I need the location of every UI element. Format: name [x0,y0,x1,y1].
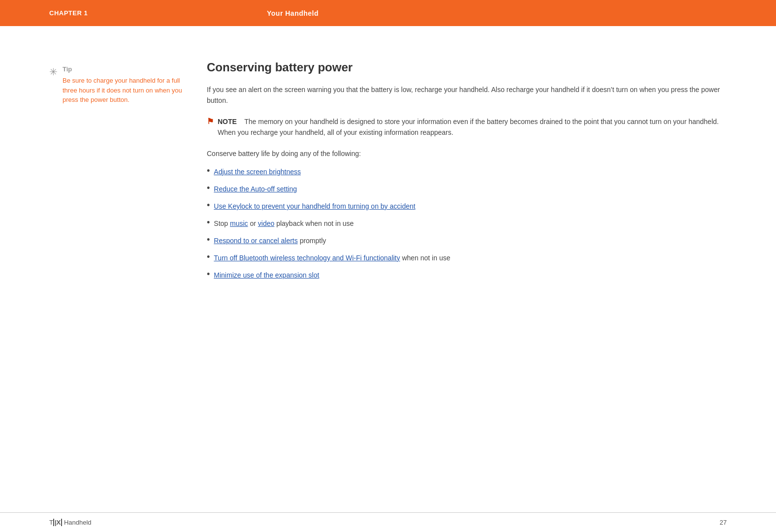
bullet-dot: • [207,166,210,175]
bullet-text-mixed: Respond to or cancel alerts promptly [214,236,326,246]
bullet-dot: • [207,201,210,210]
page-title: Your Handheld [237,9,319,17]
main-content: Conserving battery power If you see an a… [207,56,727,281]
bullet-link[interactable]: Reduce the Auto-off setting [214,184,297,194]
list-item: • Stop music or video playback when not … [207,219,727,229]
list-item: • Respond to or cancel alerts promptly [207,236,727,246]
conserve-intro: Conserve battery life by doing any of th… [207,148,727,159]
footer-brand: T|X Handheld [49,519,92,526]
tip-icon: ✳ [49,66,58,78]
bullet-link[interactable]: Minimize use of the expansion slot [214,270,319,281]
bullet-dot: • [207,184,210,192]
chapter-label: CHAPTER 1 [0,9,237,17]
bullet-dot: • [207,218,210,227]
page-content: ✳ Tip Be sure to charge your handheld fo… [0,26,776,320]
list-item: • Reduce the Auto-off setting [207,184,727,194]
bullet-text-mixed: Turn off Bluetooth wireless technology a… [214,253,450,263]
note-label: NOTE [218,118,237,125]
list-item: • Minimize use of the expansion slot [207,270,727,281]
footer: T|X Handheld 27 [0,512,776,532]
tip-text: Be sure to charge your handheld for a fu… [63,76,187,105]
tip-label: Tip [63,65,187,73]
intro-paragraph: If you see an alert on the screen warnin… [207,84,727,106]
note-box: ⚑ NOTE The memory on your handheld is de… [207,116,727,138]
footer-page-number: 27 [720,519,727,526]
note-content: NOTE The memory on your handheld is desi… [218,116,727,138]
bullet-text-mixed: Stop music or video playback when not in… [214,219,354,229]
bullet-link[interactable]: Use Keylock to prevent your handheld fro… [214,201,415,212]
list-item: • Use Keylock to prevent your handheld f… [207,201,727,212]
tip-content: Tip Be sure to charge your handheld for … [63,65,187,105]
bullet-dot: • [207,235,210,244]
bullet-dot: • [207,270,210,279]
sidebar: ✳ Tip Be sure to charge your handheld fo… [49,56,187,281]
brand-separator: |X [53,519,62,526]
note-body: The memory on your handheld is designed … [218,118,719,136]
respond-alerts-link[interactable]: Respond to or cancel alerts [214,237,297,245]
video-link[interactable]: video [258,219,274,227]
list-item: • Turn off Bluetooth wireless technology… [207,253,727,263]
bullet-list: • Adjust the screen brightness • Reduce … [207,167,727,281]
bullet-dot: • [207,252,210,261]
note-icon: ⚑ [207,117,214,126]
list-item: • Adjust the screen brightness [207,167,727,177]
bullet-link[interactable]: Adjust the screen brightness [214,167,301,177]
tip-container: ✳ Tip Be sure to charge your handheld fo… [49,65,187,105]
section-title: Conserving battery power [207,61,727,74]
header-bar: CHAPTER 1 Your Handheld [0,0,776,26]
note-text [239,118,243,125]
music-link[interactable]: music [230,219,248,227]
bluetooth-wifi-link[interactable]: Turn off Bluetooth wireless technology a… [214,254,400,262]
